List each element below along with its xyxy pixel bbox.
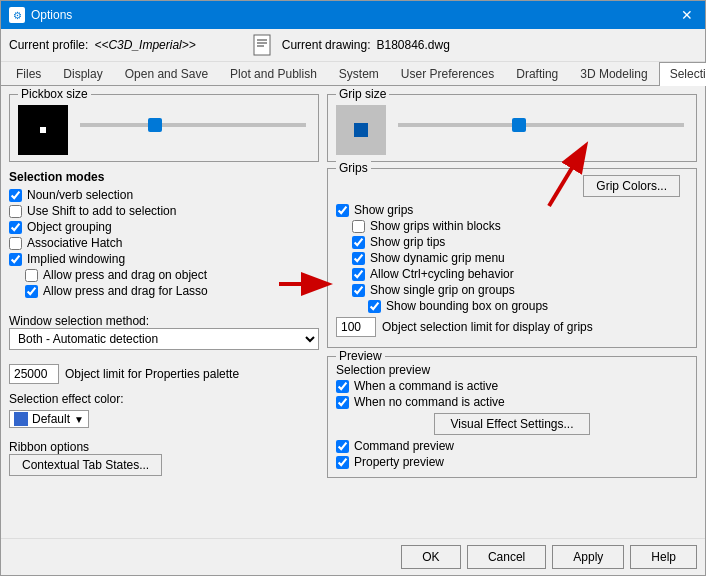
- drawing-value: B180846.dwg: [376, 38, 449, 52]
- grip-size-label: Grip size: [336, 87, 389, 101]
- selection-preview-label: Selection preview: [336, 363, 688, 377]
- pickbox-slider-thumb[interactable]: [148, 118, 162, 132]
- tab-bar: Files Display Open and Save Plot and Pub…: [1, 62, 705, 86]
- noun-verb-row: Noun/verb selection: [9, 188, 319, 202]
- window-method-label: Window selection method:: [9, 314, 319, 328]
- show-grip-tips-row: Show grip tips: [336, 235, 688, 249]
- bottom-bar: OK Cancel Apply Help: [1, 538, 705, 575]
- tab-display[interactable]: Display: [52, 62, 113, 85]
- window-method-section: Window selection method: Both - Automati…: [9, 314, 319, 350]
- implied-windowing-label: Implied windowing: [27, 252, 125, 266]
- show-grips-blocks-row: Show grips within blocks: [336, 219, 688, 233]
- press-drag-object-label: Allow press and drag on object: [43, 268, 207, 282]
- tab-system[interactable]: System: [328, 62, 390, 85]
- tab-drafting[interactable]: Drafting: [505, 62, 569, 85]
- show-grips-blocks-checkbox[interactable]: [352, 220, 365, 233]
- selection-modes-section: Selection modes Noun/verb selection Use …: [9, 170, 319, 300]
- contextual-tab-btn[interactable]: Contextual Tab States...: [9, 454, 162, 476]
- allow-ctrl-label: Allow Ctrl+cycling behavior: [370, 267, 514, 281]
- show-single-grip-label: Show single grip on groups: [370, 283, 515, 297]
- tab-3d-modeling[interactable]: 3D Modeling: [569, 62, 658, 85]
- assoc-hatch-checkbox[interactable]: [9, 237, 22, 250]
- shift-add-checkbox[interactable]: [9, 205, 22, 218]
- pickbox-dot: [40, 127, 46, 133]
- command-preview-label: Command preview: [354, 439, 454, 453]
- obj-limit-label: Object limit for Properties palette: [65, 367, 239, 381]
- grips-section: Grips Grip Colors... Show grips Show gri…: [327, 168, 697, 348]
- show-bounding-box-checkbox[interactable]: [368, 300, 381, 313]
- cancel-button[interactable]: Cancel: [467, 545, 546, 569]
- when-command-active-label: When a command is active: [354, 379, 498, 393]
- allow-ctrl-checkbox[interactable]: [352, 268, 365, 281]
- assoc-hatch-row: Associative Hatch: [9, 236, 319, 250]
- object-grouping-checkbox[interactable]: [9, 221, 22, 234]
- obj-limit-row: Object limit for Properties palette: [9, 364, 319, 384]
- show-bounding-box-label: Show bounding box on groups: [386, 299, 548, 313]
- color-select[interactable]: Default ▼: [9, 410, 89, 428]
- pickbox-group: Pickbox size: [9, 94, 319, 162]
- tab-selection[interactable]: Selection: [659, 62, 706, 86]
- right-panel: Grip size Grips Grip Colors...: [327, 94, 697, 530]
- show-grips-checkbox[interactable]: [336, 204, 349, 217]
- implied-windowing-checkbox[interactable]: [9, 253, 22, 266]
- noun-verb-label: Noun/verb selection: [27, 188, 133, 202]
- object-grouping-row: Object grouping: [9, 220, 319, 234]
- drawing-label: Current drawing:: [282, 38, 371, 52]
- help-button[interactable]: Help: [630, 545, 697, 569]
- ribbon-label: Ribbon options: [9, 440, 319, 454]
- drawing-icon: [252, 33, 276, 57]
- preview-section: Preview Selection preview When a command…: [327, 356, 697, 478]
- command-preview-checkbox[interactable]: [336, 440, 349, 453]
- close-button[interactable]: ✕: [677, 5, 697, 25]
- pickbox-preview: [18, 105, 68, 155]
- tab-files[interactable]: Files: [5, 62, 52, 85]
- show-single-grip-row: Show single grip on groups: [336, 283, 688, 297]
- obj-limit-grips-input[interactable]: [336, 317, 376, 337]
- obj-limit-grips-row: Object selection limit for display of gr…: [336, 317, 688, 337]
- allow-ctrl-row: Allow Ctrl+cycling behavior: [336, 267, 688, 281]
- show-grips-blocks-label: Show grips within blocks: [370, 219, 501, 233]
- property-preview-label: Property preview: [354, 455, 444, 469]
- tab-open-save[interactable]: Open and Save: [114, 62, 219, 85]
- assoc-hatch-label: Associative Hatch: [27, 236, 122, 250]
- grips-label: Grips: [336, 161, 371, 175]
- show-grip-tips-label: Show grip tips: [370, 235, 445, 249]
- grip-slider-thumb[interactable]: [512, 118, 526, 132]
- profile-label: Current profile:: [9, 38, 88, 52]
- selection-modes-title: Selection modes: [9, 170, 319, 184]
- when-command-active-row: When a command is active: [336, 379, 688, 393]
- color-swatch: [14, 412, 28, 426]
- show-grip-tips-checkbox[interactable]: [352, 236, 365, 249]
- main-content: Pickbox size Selection modes: [1, 86, 705, 538]
- svg-rect-0: [254, 35, 270, 55]
- when-no-command-checkbox[interactable]: [336, 396, 349, 409]
- press-drag-lasso-checkbox[interactable]: [25, 285, 38, 298]
- grip-slider-track: [398, 123, 684, 127]
- tab-user-prefs[interactable]: User Preferences: [390, 62, 505, 85]
- obj-limit-input[interactable]: [9, 364, 59, 384]
- apply-button[interactable]: Apply: [552, 545, 624, 569]
- left-panel: Pickbox size Selection modes: [9, 94, 319, 530]
- when-no-command-row: When no command is active: [336, 395, 688, 409]
- window-method-select[interactable]: Both - Automatic detection Window first …: [9, 328, 319, 350]
- color-value: Default: [32, 412, 70, 426]
- grip-colors-btn[interactable]: Grip Colors...: [583, 175, 680, 197]
- visual-effect-btn[interactable]: Visual Effect Settings...: [434, 413, 591, 435]
- preview-label: Preview: [336, 349, 385, 363]
- show-single-grip-checkbox[interactable]: [352, 284, 365, 297]
- window-title: Options: [31, 8, 72, 22]
- ok-button[interactable]: OK: [401, 545, 461, 569]
- grip-size-group: Grip size: [327, 94, 697, 162]
- show-bounding-box-row: Show bounding box on groups: [336, 299, 688, 313]
- noun-verb-checkbox[interactable]: [9, 189, 22, 202]
- profile-bar: Current profile: <<C3D_Imperial>> Curren…: [1, 29, 705, 62]
- tab-plot-publish[interactable]: Plot and Publish: [219, 62, 328, 85]
- press-drag-object-row: Allow press and drag on object: [9, 268, 319, 282]
- grip-center: [352, 121, 370, 139]
- press-drag-object-checkbox[interactable]: [25, 269, 38, 282]
- press-drag-lasso-row: Allow press and drag for Lasso: [9, 284, 319, 298]
- property-preview-checkbox[interactable]: [336, 456, 349, 469]
- when-command-active-checkbox[interactable]: [336, 380, 349, 393]
- show-dynamic-menu-checkbox[interactable]: [352, 252, 365, 265]
- title-bar: ⚙ Options ✕: [1, 1, 705, 29]
